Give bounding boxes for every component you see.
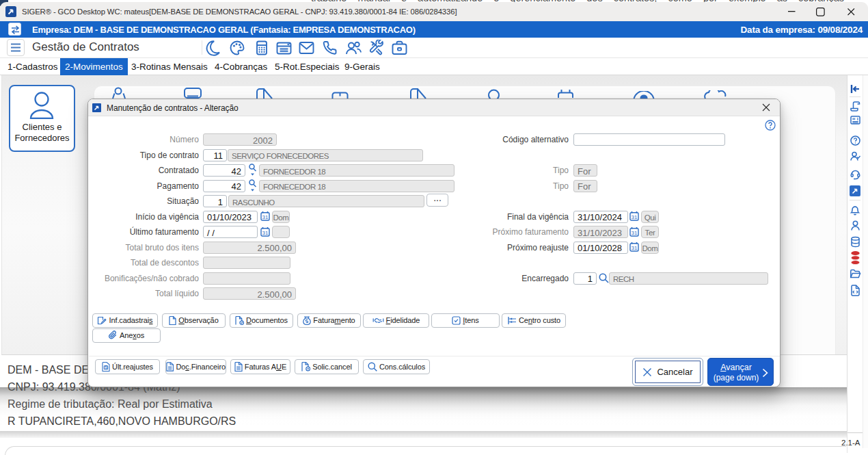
svg-text:31: 31 — [632, 245, 638, 251]
svg-text:31: 31 — [262, 230, 269, 236]
svg-text:31: 31 — [262, 214, 269, 220]
svg-text:31: 31 — [632, 230, 638, 236]
svg-text:$: $ — [105, 365, 107, 369]
svg-text:31: 31 — [632, 214, 638, 220]
